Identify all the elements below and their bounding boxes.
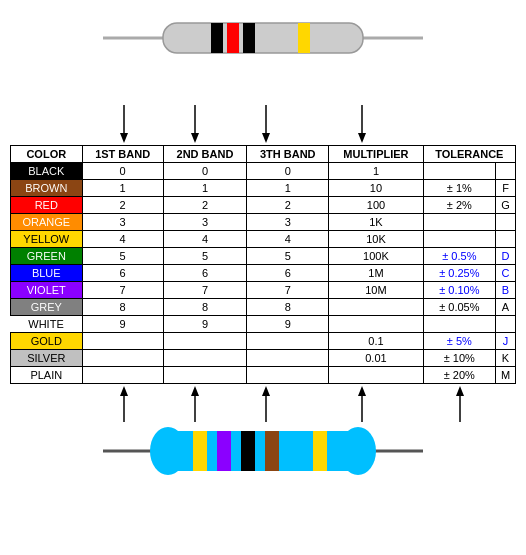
cell-band2-3: 3 bbox=[163, 214, 247, 231]
cell-band3-10 bbox=[247, 333, 329, 350]
svg-rect-4 bbox=[227, 23, 239, 53]
header-band3: 3TH BAND bbox=[247, 146, 329, 163]
cell-letter-0 bbox=[496, 163, 516, 180]
svg-marker-8 bbox=[120, 133, 128, 143]
table-row: GOLD0.1± 5%J bbox=[11, 333, 516, 350]
cell-band2-7: 7 bbox=[163, 282, 247, 299]
table-row: SILVER0.01± 10%K bbox=[11, 350, 516, 367]
cell-tol-8: ± 0.05% bbox=[423, 299, 495, 316]
cell-band3-6: 6 bbox=[247, 265, 329, 282]
table-row: ORANGE3331K bbox=[11, 214, 516, 231]
cell-band1-11 bbox=[82, 350, 163, 367]
cell-band2-10 bbox=[163, 333, 247, 350]
cell-band2-5: 5 bbox=[163, 248, 247, 265]
cell-band1-12 bbox=[82, 367, 163, 384]
color-cell-violet: VIOLET bbox=[11, 282, 83, 299]
header-multiplier: MULTIPLIER bbox=[329, 146, 423, 163]
cell-mult-0: 1 bbox=[329, 163, 423, 180]
svg-rect-31 bbox=[217, 431, 231, 471]
cell-band2-12 bbox=[163, 367, 247, 384]
cell-band1-3: 3 bbox=[82, 214, 163, 231]
svg-marker-10 bbox=[191, 133, 199, 143]
color-cell-black: BLACK bbox=[11, 163, 83, 180]
cell-band1-6: 6 bbox=[82, 265, 163, 282]
table-row: BLACK0001 bbox=[11, 163, 516, 180]
cell-mult-7: 10M bbox=[329, 282, 423, 299]
table-row: PLAIN± 20%M bbox=[11, 367, 516, 384]
svg-rect-34 bbox=[313, 431, 327, 471]
cell-letter-3 bbox=[496, 214, 516, 231]
cell-tol-6: ± 0.25% bbox=[423, 265, 495, 282]
table-row: GREEN555100K± 0.5%D bbox=[11, 248, 516, 265]
svg-rect-2 bbox=[163, 23, 363, 53]
cell-mult-8 bbox=[329, 299, 423, 316]
cell-band3-1: 1 bbox=[247, 180, 329, 197]
cell-band2-11 bbox=[163, 350, 247, 367]
table-row: RED222100± 2%G bbox=[11, 197, 516, 214]
header-band2: 2ND BAND bbox=[163, 146, 247, 163]
cell-tol-11: ± 10% bbox=[423, 350, 495, 367]
cell-tol-10: ± 5% bbox=[423, 333, 495, 350]
color-cell-red: RED bbox=[11, 197, 83, 214]
color-cell-plain: PLAIN bbox=[11, 367, 83, 384]
cell-letter-7: B bbox=[496, 282, 516, 299]
cell-band3-7: 7 bbox=[247, 282, 329, 299]
cell-band3-9: 9 bbox=[247, 316, 329, 333]
header-band1: 1ST BAND bbox=[82, 146, 163, 163]
cell-mult-2: 100 bbox=[329, 197, 423, 214]
cell-band2-8: 8 bbox=[163, 299, 247, 316]
cell-band3-3: 3 bbox=[247, 214, 329, 231]
cell-band1-4: 4 bbox=[82, 231, 163, 248]
cell-band1-7: 7 bbox=[82, 282, 163, 299]
cell-letter-2: G bbox=[496, 197, 516, 214]
cell-tol-2: ± 2% bbox=[423, 197, 495, 214]
cell-band1-5: 5 bbox=[82, 248, 163, 265]
cell-mult-5: 100K bbox=[329, 248, 423, 265]
cell-band3-8: 8 bbox=[247, 299, 329, 316]
cell-band3-5: 5 bbox=[247, 248, 329, 265]
bottom-arrows-svg bbox=[10, 384, 516, 424]
top-resistor-svg bbox=[103, 8, 423, 68]
svg-marker-16 bbox=[120, 386, 128, 396]
cell-mult-6: 1M bbox=[329, 265, 423, 282]
svg-marker-14 bbox=[358, 133, 366, 143]
table-row: BROWN11110± 1%F bbox=[11, 180, 516, 197]
resistor-table: COLOR 1ST BAND 2ND BAND 3TH BAND MULTIPL… bbox=[10, 145, 516, 384]
cell-letter-9 bbox=[496, 316, 516, 333]
color-cell-gold: GOLD bbox=[11, 333, 83, 350]
svg-rect-6 bbox=[298, 23, 310, 53]
cell-band2-2: 2 bbox=[163, 197, 247, 214]
cell-band3-4: 4 bbox=[247, 231, 329, 248]
svg-rect-3 bbox=[211, 23, 223, 53]
table-row: GREY888± 0.05%A bbox=[11, 299, 516, 316]
color-cell-silver: SILVER bbox=[11, 350, 83, 367]
cell-letter-8: A bbox=[496, 299, 516, 316]
cell-letter-5: D bbox=[496, 248, 516, 265]
cell-tol-9 bbox=[423, 316, 495, 333]
cell-letter-1: F bbox=[496, 180, 516, 197]
cell-tol-4 bbox=[423, 231, 495, 248]
svg-rect-32 bbox=[241, 431, 255, 471]
cell-band1-9: 9 bbox=[82, 316, 163, 333]
cell-band2-6: 6 bbox=[163, 265, 247, 282]
top-resistor-diagram bbox=[0, 0, 526, 105]
bottom-resistor-svg bbox=[103, 424, 423, 479]
color-cell-orange: ORANGE bbox=[11, 214, 83, 231]
cell-band2-0: 0 bbox=[163, 163, 247, 180]
svg-marker-22 bbox=[358, 386, 366, 396]
cell-letter-10: J bbox=[496, 333, 516, 350]
color-cell-grey: GREY bbox=[11, 299, 83, 316]
cell-letter-6: C bbox=[496, 265, 516, 282]
cell-band2-9: 9 bbox=[163, 316, 247, 333]
cell-mult-4: 10K bbox=[329, 231, 423, 248]
cell-tol-7: ± 0.10% bbox=[423, 282, 495, 299]
table-row: YELLOW44410K bbox=[11, 231, 516, 248]
cell-tol-12: ± 20% bbox=[423, 367, 495, 384]
color-cell-yellow: YELLOW bbox=[11, 231, 83, 248]
svg-rect-5 bbox=[243, 23, 255, 53]
cell-mult-9 bbox=[329, 316, 423, 333]
svg-marker-12 bbox=[262, 133, 270, 143]
cell-band3-0: 0 bbox=[247, 163, 329, 180]
cell-tol-3 bbox=[423, 214, 495, 231]
cell-mult-3: 1K bbox=[329, 214, 423, 231]
